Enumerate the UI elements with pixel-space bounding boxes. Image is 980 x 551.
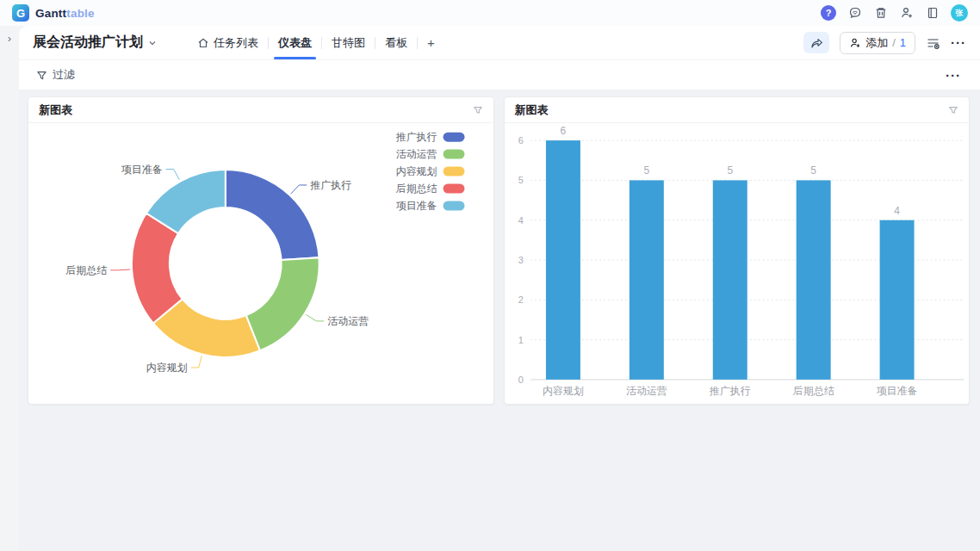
legend-swatch-2[interactable] bbox=[443, 167, 465, 176]
y-tick-3: 3 bbox=[518, 255, 523, 265]
pie-label-line-1 bbox=[306, 314, 324, 320]
y-tick-2: 2 bbox=[518, 294, 523, 305]
tab-kanban[interactable]: 看板 bbox=[375, 26, 417, 59]
bar-2[interactable] bbox=[712, 180, 747, 379]
legend-swatch-3[interactable] bbox=[443, 184, 465, 194]
pie-label-line-2 bbox=[191, 356, 202, 368]
legend-swatch-4[interactable] bbox=[443, 201, 465, 211]
legend-label-0[interactable]: 推广执行 bbox=[396, 131, 437, 143]
logo-icon: G bbox=[12, 4, 29, 22]
legend-swatch-0[interactable] bbox=[443, 133, 465, 142]
chart-filter-icon[interactable] bbox=[473, 105, 483, 115]
tab-dashboard[interactable]: 仪表盘 bbox=[269, 26, 321, 59]
filter-more-icon[interactable]: ··· bbox=[946, 69, 961, 82]
y-tick-1: 1 bbox=[518, 335, 523, 345]
legend-label-1[interactable]: 活动运营 bbox=[396, 148, 437, 160]
pie-label-0: 推广执行 bbox=[310, 179, 351, 191]
tab-add-view[interactable]: + bbox=[418, 26, 444, 59]
filter-label: 过滤 bbox=[53, 67, 75, 83]
bar-value-0: 6 bbox=[560, 125, 566, 137]
bar-card-title: 新图表 bbox=[515, 102, 549, 118]
person-plus-icon bbox=[849, 37, 861, 49]
bar-chart: 01234566内容规划5活动运营5推广执行5后期总结4项目准备 bbox=[505, 123, 970, 404]
legend-swatch-1[interactable] bbox=[443, 150, 465, 159]
bar-chart-body: 01234566内容规划5活动运营5推广执行5后期总结4项目准备 bbox=[505, 123, 970, 404]
invite-member-icon[interactable] bbox=[899, 6, 914, 21]
share-arrow-icon bbox=[810, 37, 823, 49]
home-icon bbox=[197, 37, 209, 49]
chart-filter-icon[interactable] bbox=[948, 105, 958, 115]
main-panel: 展会活动推广计划 任务列表 仪表盘 甘特图 看板 bbox=[19, 26, 980, 551]
expand-sidebar-icon[interactable]: › bbox=[8, 33, 11, 551]
project-title: 展会活动推广计划 bbox=[33, 34, 143, 52]
bar-value-2: 5 bbox=[727, 164, 733, 176]
pie-chart-card: 新图表 推广执行活动运营内容规划后期总结项目准备推广执行活动运营内容规划后期总结… bbox=[28, 96, 494, 405]
x-category-2: 推广执行 bbox=[709, 385, 750, 397]
tab-task-list[interactable]: 任务列表 bbox=[188, 26, 268, 59]
filter-button[interactable]: 过滤 bbox=[36, 67, 75, 83]
x-category-3: 后期总结 bbox=[792, 385, 834, 397]
bar-3[interactable] bbox=[796, 180, 830, 379]
pie-chart-body: 推广执行活动运营内容规划后期总结项目准备推广执行活动运营内容规划后期总结项目准备 bbox=[28, 123, 493, 404]
share-button[interactable] bbox=[803, 32, 829, 53]
tab-gantt[interactable]: 甘特图 bbox=[322, 26, 375, 59]
bar-card-header: 新图表 bbox=[505, 97, 970, 123]
member-count: 1 bbox=[900, 36, 906, 49]
pie-label-line-3 bbox=[110, 269, 130, 270]
y-tick-5: 5 bbox=[518, 175, 523, 185]
dashboard-content: 新图表 推广执行活动运营内容规划后期总结项目准备推广执行活动运营内容规划后期总结… bbox=[19, 90, 980, 551]
chevron-down-icon bbox=[148, 39, 157, 47]
bar-1[interactable] bbox=[629, 180, 663, 379]
y-tick-0: 0 bbox=[518, 375, 523, 385]
y-tick-4: 4 bbox=[518, 215, 523, 226]
legend-label-2[interactable]: 内容规划 bbox=[396, 165, 437, 177]
filter-bar: 过滤 ··· bbox=[19, 60, 980, 90]
bar-chart-card: 新图表 01234566内容规划5活动运营5推广执行5后期总结4项目准备 bbox=[504, 96, 971, 405]
pie-label-4: 项目准备 bbox=[121, 164, 163, 176]
bar-0[interactable] bbox=[545, 140, 580, 380]
feedback-icon[interactable] bbox=[847, 6, 862, 21]
pie-label-1: 活动运营 bbox=[327, 315, 369, 327]
funnel-icon bbox=[36, 70, 47, 81]
pie-slice-1[interactable] bbox=[246, 257, 319, 350]
bar-value-3: 5 bbox=[810, 164, 816, 176]
brand-name: Gantttable bbox=[35, 7, 95, 20]
donut-chart: 推广执行活动运营内容规划后期总结项目准备推广执行活动运营内容规划后期总结项目准备 bbox=[28, 123, 493, 404]
bar-4[interactable] bbox=[879, 220, 914, 380]
y-tick-6: 6 bbox=[518, 135, 523, 145]
pie-card-title: 新图表 bbox=[39, 102, 72, 118]
x-category-0: 内容规划 bbox=[542, 385, 583, 397]
pie-label-3: 后期总结 bbox=[65, 264, 107, 276]
legend-label-4[interactable]: 项目准备 bbox=[396, 200, 437, 212]
pie-card-header: 新图表 bbox=[28, 97, 493, 123]
add-label: 添加 bbox=[865, 35, 888, 51]
pie-label-line-0 bbox=[291, 185, 307, 194]
trash-icon[interactable] bbox=[873, 6, 888, 21]
user-avatar[interactable]: 张 bbox=[951, 4, 968, 22]
automation-icon[interactable] bbox=[926, 36, 940, 50]
toolbar-more-icon[interactable]: ··· bbox=[951, 36, 966, 49]
add-member-button[interactable]: 添加 / 1 bbox=[840, 32, 915, 54]
project-toolbar: 展会活动推广计划 任务列表 仪表盘 甘特图 看板 bbox=[19, 26, 980, 60]
bar-value-1: 5 bbox=[643, 164, 649, 176]
pie-slice-0[interactable] bbox=[226, 170, 319, 260]
x-category-1: 活动运营 bbox=[625, 385, 667, 397]
collapsed-sidebar: › bbox=[0, 26, 19, 551]
app-logo[interactable]: G Gantttable bbox=[12, 4, 95, 22]
project-title-switcher[interactable]: 展会活动推广计划 bbox=[33, 34, 157, 52]
bar-value-4: 4 bbox=[894, 205, 900, 217]
x-category-4: 项目准备 bbox=[876, 385, 917, 397]
legend-label-3[interactable]: 后期总结 bbox=[396, 183, 437, 195]
pie-label-line-4 bbox=[166, 170, 180, 180]
pie-label-2: 内容规划 bbox=[146, 362, 188, 374]
notebook-icon[interactable] bbox=[925, 6, 940, 21]
view-tabs: 任务列表 仪表盘 甘特图 看板 + bbox=[188, 26, 444, 59]
topbar: G Gantttable ? bbox=[0, 0, 980, 26]
help-icon[interactable]: ? bbox=[821, 5, 836, 21]
